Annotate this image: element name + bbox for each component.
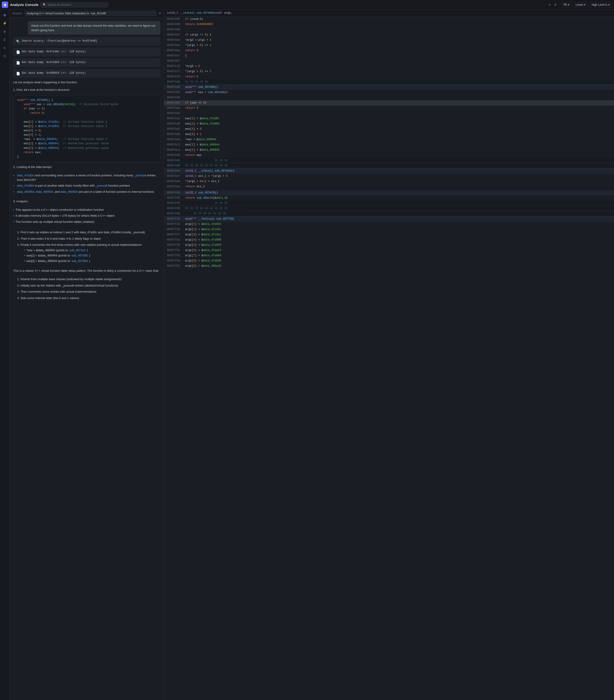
high-level-il-button[interactable]: High Level IL ▾ xyxy=(589,2,612,7)
dumps-list: data_47a30c and surrounding area contain… xyxy=(13,173,160,196)
disasm-row: 00457f19 arg1[1] = &data_47a934 xyxy=(164,222,614,227)
data-480934-link[interactable]: data_480934 xyxy=(61,190,78,193)
disasm-row: 00457f51 arg1[9] = &data_480a10 xyxy=(164,263,614,269)
disasm-row: 00457eb6 eax[4] = 1 xyxy=(164,132,614,137)
disasm-row: 00457ee7 int32_t ecx_1 = *(arg1 + 0 xyxy=(164,174,614,179)
vtable-step-3: Finally it overwrites the first three en… xyxy=(21,242,160,263)
conclusion-text: This is a classic C++ virtual function t… xyxy=(13,268,160,273)
disasm-row-highlighted: 00457e9f if (eax == 0) xyxy=(164,100,614,105)
tool-dump-1: 📄 Get data dump: 0x47a30c (+/- 128 bytes… xyxy=(13,48,160,56)
sidebar-icon-grid[interactable]: ⊡ xyxy=(1,52,9,60)
content-area: Session: Analyzing C++ Virtual Function … xyxy=(10,10,614,700)
disasm-row: 00457e88 return 0x80004002 xyxy=(164,22,614,27)
session-label: Session: xyxy=(12,12,23,15)
fn-header-457f10: 00457f10 void*** __fastcall sub_457f10( xyxy=(164,216,614,222)
disasm-separator-3a: 00457ef5 90 90 90 xyxy=(164,201,614,206)
view-selector-group: PE ▾ Linear ▾ High Level IL ▾ xyxy=(561,2,612,7)
session-dropdown-button[interactable]: ▼ xyxy=(158,12,161,15)
disasm-row: 00457e57 xyxy=(164,59,614,64)
purecall-link-2[interactable]: _purecall xyxy=(95,184,107,187)
disasm-separator-2b: 00457ed8 90 90 90 90 90 90 90 90 90 ....… xyxy=(164,163,614,168)
disasm-row: 00457f05 return sub_40acc4(&data_48 xyxy=(164,196,614,201)
conclusion-item-4: Sets some internal state (the 0 and 1 va… xyxy=(21,296,160,300)
data-480954-link[interactable]: data_480954 xyxy=(17,190,34,193)
search-bar[interactable]: 🔍 Search all sessions xyxy=(40,2,108,8)
disasm-row: 00457ee8 *(arg1 + 0xc) = ecx_1 xyxy=(164,179,614,184)
disasm-row: 00457eca eax[2] = &data_480934 xyxy=(164,148,614,153)
disasm-row: 00457e4f if (cond:5) xyxy=(164,17,614,22)
session-value[interactable]: Analyzing C++ Virtual Function Table Ini… xyxy=(25,11,157,16)
fn-header-457e90: 00457e90 void*** sub_457e90() xyxy=(164,85,614,90)
disasm-row: 00457f4a arg1[8] = &data_47a020 xyxy=(164,258,614,263)
disasm-row: 00457eed return ecx_1 xyxy=(164,184,614,189)
fn-header-457ee0: 00457ee0 int32_t __stdcall sub_457ee0(v xyxy=(164,168,614,174)
disasm-row: 00457ed4 xyxy=(164,111,614,116)
dump-item-3: data_480954, data_480944, and data_48093… xyxy=(13,190,160,194)
disasm-row: 00457f27 arg1[3] = &data_47c41c xyxy=(164,232,614,237)
conclusion-item-3: Then overwrites some entries with actual… xyxy=(21,289,160,294)
sidebar-icon-home[interactable]: ⊞ xyxy=(1,11,9,18)
app-logo: ◈ xyxy=(2,2,8,8)
sidebar-icon-analysis[interactable]: ◈ xyxy=(1,28,9,35)
session-bar: Session: Analyzing C++ Virtual Function … xyxy=(10,10,164,17)
data-480944-link[interactable]: data_480944 xyxy=(36,190,53,193)
disasm-separator-3b: 00457ef8 90 90 90 90 90 90 90 90 90 ....… xyxy=(164,206,614,211)
disasm-row: 00457f35 arg1[5] = &data_47a9f0 xyxy=(164,242,614,248)
disasm-row: 00457ed1 return eax xyxy=(164,153,614,158)
conclusion-item-2: Initially sets up the vtables with _pure… xyxy=(21,283,160,288)
disasm-row: 00457f43 arg1[7] = &data_47a9e0 xyxy=(164,253,614,258)
left-panel: Session: Analyzing C++ Virtual Function … xyxy=(10,10,164,700)
disasm-row: 00457f3c arg1[6] = &data_47aa14 xyxy=(164,248,614,253)
user-message: check out this function and look at data… xyxy=(28,21,160,35)
chat-area[interactable]: check out this function and look at data… xyxy=(10,17,164,700)
sub-457590-link[interactable]: sub_457590 xyxy=(72,253,88,258)
disasm-row: 00457e88 xyxy=(164,27,614,32)
vtable-step-link-1b[interactable]: data_47a964 xyxy=(104,230,121,234)
sidebar-icon-flash[interactable]: ⚡ xyxy=(1,20,9,27)
analysis-bullet-1: This appears to be a C++ object construc… xyxy=(13,208,160,212)
disasm-row: 00457e95 xyxy=(164,95,614,100)
app-title: Analysis Console xyxy=(10,3,38,7)
menu-button[interactable]: ≡ xyxy=(553,2,558,8)
tool-dump-3: 📄 Get data dump: 0x480954 (+/- 128 bytes… xyxy=(13,70,160,77)
pe-view-button[interactable]: PE ▾ xyxy=(561,2,572,7)
disasm-header: int32_t __stdcall sub_457de0(void* arg1, xyxy=(164,10,614,17)
data-47a964-link[interactable]: data_47a964 xyxy=(17,184,34,187)
disasm-separator-2a: 00457ed5 90 90 90 xyxy=(164,158,614,163)
sidebar-icon-diamond[interactable]: ♦ xyxy=(1,44,9,51)
disasm-row: 00457ed4 return 0 xyxy=(164,105,614,111)
code-block: void*** sub_457e90() { void*** eax = sub… xyxy=(13,95,160,162)
dump-item-2: data_47a964 is part of another table tha… xyxy=(13,184,160,188)
disasm-row: 00457e5d *arg3 = arg1 + 4 xyxy=(164,38,614,43)
search-icon: 🔍 xyxy=(43,3,46,7)
analysis-intro: Let me analyze what's happening in this … xyxy=(13,80,160,85)
vtable-steps: First it sets up vtables at indices 1 an… xyxy=(15,230,160,265)
disasm-scroll[interactable]: 00457e4f if (cond:5) 00457e88 return 0x8… xyxy=(164,17,614,700)
search-placeholder: Search all sessions xyxy=(48,3,71,7)
disasm-separator-3c: 00457f0a 90 90 90 90 90 90 90 xyxy=(164,211,614,216)
vtable-step-link-1a[interactable]: data_47a30c xyxy=(80,230,97,234)
sidebar-icon-list[interactable]: ☰ xyxy=(1,36,9,43)
analysis-bullet-2: It allocates memory (0x114 bytes = 276 b… xyxy=(13,213,160,218)
search-tool-icon: 🔍 xyxy=(16,40,20,43)
vtable-step-1: First it sets up vtables at indices 1 an… xyxy=(21,230,160,235)
linear-view-button[interactable]: Linear ▾ xyxy=(573,2,588,7)
purecall-link-1[interactable]: _purecall xyxy=(134,174,146,177)
disasm-row: 00457e95 void*** eax = sub_401e6b(0 xyxy=(164,90,614,95)
disasm-row: 00457e64 *(arg1 + 8) += 1 xyxy=(164,43,614,48)
purecall-link-4[interactable]: _purecall xyxy=(62,284,74,287)
add-session-button[interactable]: + xyxy=(548,2,551,8)
disasm-row: 00457ea1 eax[1] = &data_47a30c xyxy=(164,116,614,121)
analysis-bullet-3: The function sets up multiple virtual fu… xyxy=(13,220,160,224)
vtable-step-2: Then it sets index 3 to 0 and index 4 to… xyxy=(21,236,160,241)
dump-item-1: data_47a30c and surrounding area contain… xyxy=(13,173,160,182)
analysis-bullets: This appears to be a C++ object construc… xyxy=(13,208,160,226)
sub-4575b0-link[interactable]: sub_4575b0 xyxy=(72,259,88,263)
purecall-link-3[interactable]: _purecall xyxy=(132,230,144,234)
data-47a30c-link[interactable]: data_47a30c xyxy=(17,174,34,177)
disasm-row: 00457e70 *arg3 = 0 xyxy=(164,64,614,69)
disasm-row: 00457e57 if (arg1 != 0) { xyxy=(164,32,614,38)
dump-tool-icon-2: 📄 xyxy=(16,61,20,65)
tool-search: 🔍 Search binary: /function[@address == 0… xyxy=(13,37,160,45)
sub-4573c0-link[interactable]: sub_4573c0 xyxy=(69,248,86,253)
